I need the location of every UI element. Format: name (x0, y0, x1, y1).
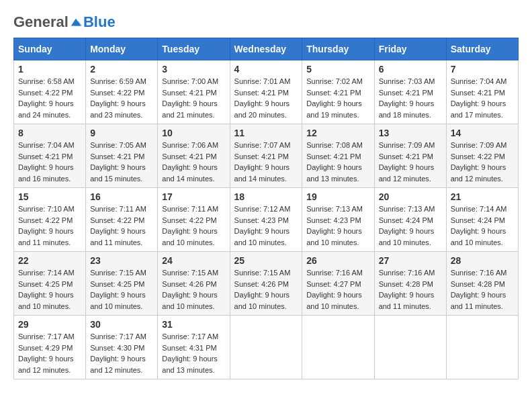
calendar-cell: 6 Sunrise: 7:03 AM Sunset: 4:21 PM Dayli… (374, 60, 446, 124)
daylight-label: Daylight: 9 hours and 10 minutes. (379, 227, 435, 246)
sunrise-label: Sunrise: 7:16 AM (306, 269, 363, 277)
sunrise-label: Sunrise: 7:17 AM (90, 332, 146, 340)
daylight-label: Daylight: 9 hours and 10 minutes. (306, 227, 362, 246)
day-number: 1 (18, 64, 81, 75)
daylight-label: Daylight: 9 hours and 10 minutes. (234, 291, 290, 310)
calendar-cell: 16 Sunrise: 7:11 AM Sunset: 4:22 PM Dayl… (86, 188, 158, 252)
day-number: 13 (379, 128, 442, 138)
sunrise-label: Sunrise: 7:11 AM (162, 205, 218, 213)
day-number: 26 (306, 255, 369, 266)
sunset-label: Sunset: 4:21 PM (234, 89, 289, 97)
sunrise-label: Sunrise: 7:04 AM (18, 141, 75, 149)
day-number: 16 (90, 191, 153, 202)
calendar-cell: 11 Sunrise: 7:07 AM Sunset: 4:21 PM Dayl… (230, 124, 302, 188)
sunset-label: Sunset: 4:21 PM (306, 152, 361, 161)
daylight-label: Daylight: 9 hours and 17 minutes. (451, 99, 506, 119)
calendar-week-0: 1 Sunrise: 6:58 AM Sunset: 4:22 PM Dayli… (14, 60, 519, 124)
day-info: Sunrise: 7:17 AM Sunset: 4:31 PM Dayligh… (162, 331, 225, 375)
day-info: Sunrise: 7:17 AM Sunset: 4:29 PM Dayligh… (18, 331, 81, 375)
day-info: Sunrise: 7:13 AM Sunset: 4:24 PM Dayligh… (379, 203, 442, 248)
sunset-label: Sunset: 4:22 PM (18, 216, 73, 224)
day-number: 4 (234, 64, 298, 75)
day-number: 22 (18, 255, 81, 266)
calendar-cell: 15 Sunrise: 7:10 AM Sunset: 4:22 PM Dayl… (14, 188, 86, 252)
day-info: Sunrise: 6:58 AM Sunset: 4:22 PM Dayligh… (18, 76, 81, 120)
sunset-label: Sunset: 4:24 PM (451, 216, 505, 224)
sunset-label: Sunset: 4:25 PM (90, 280, 144, 288)
calendar-header-thursday: Thursday (302, 38, 374, 60)
calendar-header-saturday: Saturday (446, 38, 518, 60)
calendar-header-sunday: Sunday (14, 38, 86, 60)
sunset-label: Sunset: 4:27 PM (306, 280, 361, 288)
logo-general-text: General (13, 13, 69, 31)
daylight-label: Daylight: 9 hours and 12 minutes. (451, 163, 506, 183)
calendar-week-3: 22 Sunrise: 7:14 AM Sunset: 4:25 PM Dayl… (14, 252, 519, 316)
sunrise-label: Sunrise: 7:00 AM (162, 77, 218, 85)
daylight-label: Daylight: 9 hours and 15 minutes. (90, 163, 146, 183)
calendar-cell: 30 Sunrise: 7:17 AM Sunset: 4:30 PM Dayl… (86, 316, 158, 379)
day-number: 29 (18, 319, 81, 330)
sunrise-label: Sunrise: 7:13 AM (379, 205, 435, 213)
sunset-label: Sunset: 4:21 PM (90, 152, 144, 161)
logo: General Blue (13, 13, 116, 31)
day-number: 14 (451, 128, 514, 138)
calendar-cell: 3 Sunrise: 7:00 AM Sunset: 4:21 PM Dayli… (158, 60, 230, 124)
daylight-label: Daylight: 9 hours and 24 minutes. (18, 99, 74, 119)
sunrise-label: Sunrise: 7:12 AM (234, 205, 291, 213)
day-number: 25 (234, 255, 298, 266)
header: General Blue (13, 13, 519, 31)
daylight-label: Daylight: 9 hours and 10 minutes. (451, 227, 506, 246)
sunset-label: Sunset: 4:23 PM (234, 216, 289, 224)
sunset-label: Sunset: 4:26 PM (162, 280, 216, 288)
daylight-label: Daylight: 9 hours and 12 minutes. (379, 163, 435, 183)
day-number: 18 (234, 191, 298, 202)
day-number: 31 (162, 319, 225, 330)
daylight-label: Daylight: 9 hours and 10 minutes. (234, 227, 290, 246)
calendar-cell: 10 Sunrise: 7:06 AM Sunset: 4:21 PM Dayl… (158, 124, 230, 188)
day-number: 15 (18, 191, 81, 202)
calendar-cell: 1 Sunrise: 6:58 AM Sunset: 4:22 PM Dayli… (14, 60, 86, 124)
day-info: Sunrise: 7:10 AM Sunset: 4:22 PM Dayligh… (18, 203, 81, 248)
calendar-week-2: 15 Sunrise: 7:10 AM Sunset: 4:22 PM Dayl… (14, 188, 519, 252)
day-number: 2 (90, 64, 153, 75)
day-number: 7 (451, 64, 514, 75)
sunrise-label: Sunrise: 7:14 AM (18, 269, 75, 277)
daylight-label: Daylight: 9 hours and 16 minutes. (18, 163, 74, 183)
sunrise-label: Sunrise: 7:07 AM (234, 141, 291, 149)
day-info: Sunrise: 7:02 AM Sunset: 4:21 PM Dayligh… (306, 76, 369, 120)
day-number: 23 (90, 255, 153, 266)
daylight-label: Daylight: 9 hours and 14 minutes. (162, 163, 218, 183)
calendar-header-monday: Monday (86, 38, 158, 60)
calendar-cell (374, 316, 446, 379)
sunset-label: Sunset: 4:21 PM (162, 152, 216, 161)
sunrise-label: Sunrise: 7:15 AM (234, 269, 291, 277)
day-number: 27 (379, 255, 442, 266)
sunset-label: Sunset: 4:21 PM (306, 89, 361, 97)
sunset-label: Sunset: 4:24 PM (379, 216, 433, 224)
calendar-week-1: 8 Sunrise: 7:04 AM Sunset: 4:21 PM Dayli… (14, 124, 519, 188)
sunrise-label: Sunrise: 7:15 AM (162, 269, 218, 277)
calendar-cell: 31 Sunrise: 7:17 AM Sunset: 4:31 PM Dayl… (158, 316, 230, 379)
sunrise-label: Sunrise: 7:04 AM (451, 77, 507, 85)
sunrise-label: Sunrise: 7:17 AM (162, 332, 218, 340)
day-info: Sunrise: 7:09 AM Sunset: 4:21 PM Dayligh… (379, 140, 442, 184)
day-info: Sunrise: 7:01 AM Sunset: 4:21 PM Dayligh… (234, 76, 298, 120)
sunset-label: Sunset: 4:21 PM (234, 152, 289, 161)
calendar-cell (302, 316, 374, 379)
daylight-label: Daylight: 9 hours and 10 minutes. (162, 227, 218, 246)
sunset-label: Sunset: 4:28 PM (379, 280, 433, 288)
day-info: Sunrise: 7:04 AM Sunset: 4:21 PM Dayligh… (451, 76, 514, 120)
sunrise-label: Sunrise: 7:10 AM (18, 205, 75, 213)
day-info: Sunrise: 7:14 AM Sunset: 4:24 PM Dayligh… (451, 203, 514, 248)
sunrise-label: Sunrise: 7:05 AM (90, 141, 146, 149)
sunrise-label: Sunrise: 7:16 AM (379, 269, 435, 277)
daylight-label: Daylight: 9 hours and 10 minutes. (306, 291, 362, 310)
daylight-label: Daylight: 9 hours and 20 minutes. (234, 99, 290, 119)
sunset-label: Sunset: 4:21 PM (451, 89, 505, 97)
sunset-label: Sunset: 4:31 PM (162, 344, 216, 352)
day-info: Sunrise: 7:11 AM Sunset: 4:22 PM Dayligh… (162, 203, 225, 248)
day-info: Sunrise: 7:13 AM Sunset: 4:23 PM Dayligh… (306, 203, 369, 248)
calendar-cell: 9 Sunrise: 7:05 AM Sunset: 4:21 PM Dayli… (86, 124, 158, 188)
day-number: 24 (162, 255, 225, 266)
calendar-cell: 4 Sunrise: 7:01 AM Sunset: 4:21 PM Dayli… (230, 60, 302, 124)
